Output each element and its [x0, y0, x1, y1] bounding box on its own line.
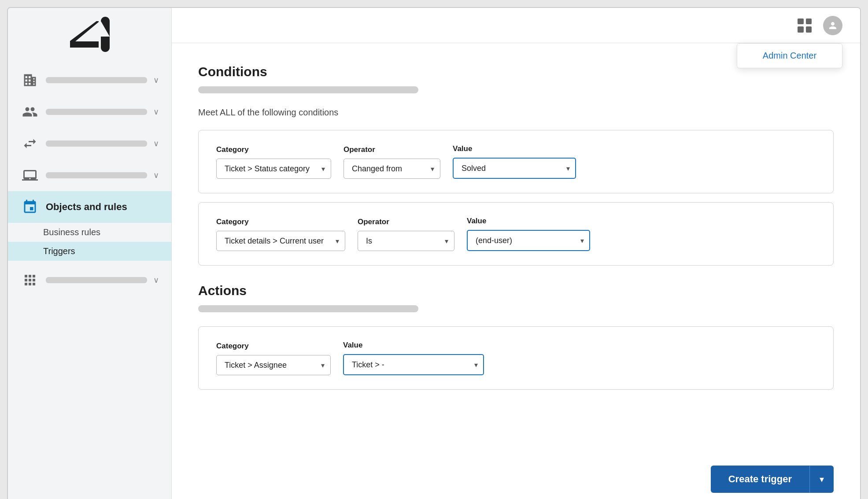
action-1-value-group: Value Ticket > - ▾	[343, 341, 484, 375]
actions-title: Actions	[198, 283, 834, 298]
sidebar-workspaces-bar	[46, 172, 147, 178]
condition-1-operator-label: Operator	[344, 145, 440, 154]
action-1-value-select-wrapper: Ticket > - ▾	[343, 354, 484, 375]
sidebar-item-apps[interactable]: ∨	[8, 264, 171, 296]
sidebar-apps-bar	[46, 277, 147, 283]
condition-2-category-select-wrapper: Ticket details > Current user ▾	[216, 231, 345, 251]
admin-center-link[interactable]: Admin Center	[751, 51, 828, 61]
conditions-description: Meet ALL of the following conditions	[198, 107, 834, 118]
sidebar-item-people[interactable]: ∨	[8, 96, 171, 128]
actions-loading-bar	[198, 305, 418, 312]
sidebar-item-objects[interactable]: Objects and rules	[8, 191, 171, 223]
condition-2-operator-group: Operator Is ▾	[358, 218, 454, 251]
condition-1-category-select-wrapper: Ticket > Status category ▾	[216, 159, 331, 179]
sidebar-item-triggers[interactable]: Triggers	[8, 242, 171, 261]
condition-2-operator-select[interactable]: Is	[358, 231, 454, 251]
main-content: Admin Center Conditions Meet ALL of the …	[172, 8, 860, 499]
action-row-1: Category Ticket > Assignee ▾ Value	[216, 341, 816, 375]
action-1-value-select[interactable]: Ticket > -	[343, 354, 484, 375]
sidebar-item-org[interactable]: ∨	[8, 64, 171, 96]
sub-nav: Business rules Triggers	[8, 223, 171, 264]
condition-2-operator-label: Operator	[358, 218, 454, 226]
footer-actions: Create trigger ▾	[172, 453, 860, 499]
condition-1-category-group: Category Ticket > Status category ▾	[216, 145, 331, 179]
condition-1-category-select[interactable]: Ticket > Status category	[216, 159, 331, 179]
action-1-category-group: Category Ticket > Assignee ▾	[216, 342, 331, 375]
action-card-1: Category Ticket > Assignee ▾ Value	[198, 326, 834, 390]
condition-1-operator-select[interactable]: Changed from	[344, 159, 440, 179]
apps-icon	[20, 270, 40, 290]
sidebar-channels-chevron: ∨	[153, 139, 159, 148]
topbar-icons	[795, 16, 842, 35]
condition-card-2: Category Ticket details > Current user ▾…	[198, 202, 834, 266]
admin-center-dropdown: Admin Center	[737, 43, 842, 68]
condition-2-value-select-wrapper: (end-user) ▾	[467, 230, 590, 251]
zendesk-logo	[66, 17, 114, 52]
condition-1-operator-select-wrapper: Changed from ▾	[344, 159, 440, 179]
action-1-value-label: Value	[343, 341, 484, 350]
condition-1-value-group: Value Solved ▾	[453, 144, 576, 179]
conditions-section: Conditions Meet ALL of the following con…	[198, 64, 834, 266]
sidebar-item-channels[interactable]: ∨	[8, 128, 171, 159]
content-area: Conditions Meet ALL of the following con…	[172, 43, 860, 453]
action-1-category-select-wrapper: Ticket > Assignee ▾	[216, 355, 331, 375]
create-trigger-button[interactable]: Create trigger	[711, 466, 809, 493]
sidebar-channels-bar	[46, 140, 147, 147]
condition-1-value-select[interactable]: Solved	[453, 158, 576, 179]
user-icon[interactable]	[823, 16, 842, 35]
sidebar-org-chevron: ∨	[153, 75, 159, 85]
grid-icon[interactable]	[795, 16, 814, 35]
sidebar-people-chevron: ∨	[153, 107, 159, 117]
sidebar-apps-chevron: ∨	[153, 275, 159, 285]
actions-section: Actions Category Ticket > Assignee ▾	[198, 283, 834, 390]
arrows-icon	[20, 134, 40, 153]
logo-area	[8, 8, 171, 61]
condition-2-value-select[interactable]: (end-user)	[467, 230, 590, 251]
condition-2-category-select[interactable]: Ticket details > Current user	[216, 231, 345, 251]
condition-2-value-group: Value (end-user) ▾	[467, 217, 590, 251]
condition-1-value-select-wrapper: Solved ▾	[453, 158, 576, 179]
condition-2-operator-select-wrapper: Is ▾	[358, 231, 454, 251]
sidebar-item-business-rules[interactable]: Business rules	[8, 223, 171, 242]
condition-2-category-group: Category Ticket details > Current user ▾	[216, 218, 345, 251]
condition-1-operator-group: Operator Changed from ▾	[344, 145, 440, 179]
condition-1-value-label: Value	[453, 144, 576, 153]
condition-row-1: Category Ticket > Status category ▾ Oper…	[216, 144, 816, 179]
sidebar-workspaces-chevron: ∨	[153, 170, 159, 180]
condition-row-2: Category Ticket details > Current user ▾…	[216, 217, 816, 251]
monitor-icon	[20, 166, 40, 185]
condition-2-value-label: Value	[467, 217, 590, 225]
building-icon	[20, 70, 40, 90]
condition-1-category-label: Category	[216, 145, 331, 154]
sidebar-objects-label: Objects and rules	[46, 201, 127, 213]
sidebar-item-workspaces[interactable]: ∨	[8, 159, 171, 191]
condition-card-1: Category Ticket > Status category ▾ Oper…	[198, 130, 834, 193]
nav-items: ∨ ∨ ∨	[8, 61, 171, 499]
action-1-category-label: Category	[216, 342, 331, 351]
create-trigger-chevron-button[interactable]: ▾	[809, 466, 834, 493]
condition-2-category-label: Category	[216, 218, 345, 226]
sidebar: ∨ ∨ ∨	[8, 8, 172, 499]
topbar	[172, 8, 860, 43]
sidebar-org-bar	[46, 77, 147, 83]
conditions-loading-bar	[198, 86, 418, 93]
action-1-category-select[interactable]: Ticket > Assignee	[216, 355, 331, 375]
sidebar-people-bar	[46, 109, 147, 115]
objects-icon	[20, 197, 40, 217]
people-icon	[20, 102, 40, 122]
